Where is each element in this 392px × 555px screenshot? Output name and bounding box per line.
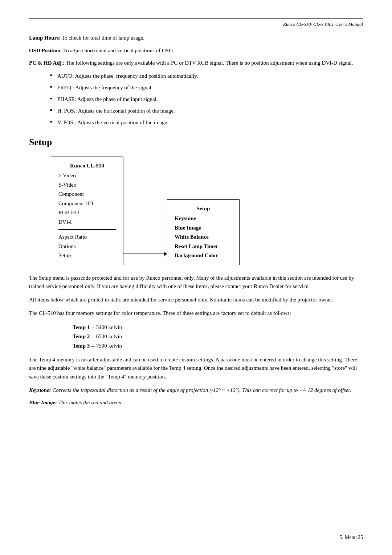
italic-para-blue-image: Blue Image: This mutes the red and green… [29,398,363,407]
keystone-text: Corrects the trapezoidal distortion as a… [51,387,351,393]
submenu-item-reset-lamp-timer: Reset Lamp Timer [175,242,232,251]
section-title: Setup [29,137,363,148]
pc-hd-adj-para: PC & HD Adj.: The following settings are… [29,59,363,67]
submenu-item-background-color: Background Color [175,251,232,260]
osd-position-label: OSD Position [29,48,60,53]
osd-position-para: OSD Position: To adjust horizontal and v… [29,46,363,55]
temp-line-1: Temp 1 -- 5400 kelvin [73,323,363,332]
submenu-item-blue-image: Blue Image [175,223,232,233]
temp-2-value: -- 6500 kelvin [91,333,122,339]
blue-image-text: This mutes the red and green. [57,400,123,405]
blue-image-bold-label: Blue Image: [29,400,57,405]
sub-menu-box: Setup Keystone Blue Image White Balance … [167,199,240,265]
list-item: PHASE: Adjusts the phase of the input si… [51,95,363,104]
sub-menu-title: Setup [175,204,232,214]
menu-item-component: Component [58,190,116,199]
footer-page-number: 5. Menu 25 [340,535,363,540]
menu-item-aspect-ratio: Aspect Ratio [58,232,116,242]
submenu-item-keystone: Keystone [175,214,232,223]
menu-diagram: Runco CL-510 Video S-Video Component Com… [51,157,363,265]
osd-position-text: : To adjust horizontal and vertical posi… [60,48,174,53]
list-item: FREQ.: Adjusts the frequency of the sign… [51,83,363,92]
temp-block: Temp 1 -- 5400 kelvin Temp 2 -- 6500 kel… [73,323,363,351]
main-menu-box: Runco CL-510 Video S-Video Component Com… [51,157,123,265]
menu-item-component-hd: Component HD [58,199,116,208]
lamp-hours-text: : To check for total time of lamp usage. [59,35,144,41]
menu-arrow [123,254,167,254]
body-para-1: The Setup menu is passcode protected and… [29,274,363,291]
italic-para-keystone: Keystone: Corrects the trapezoidal disto… [29,386,363,394]
menu-item-options: Options [58,242,116,251]
temp-line-3: Temp 3 -- 7500 kelvin [73,341,363,351]
list-item: V. POS.: Adjusts the vertical position o… [51,118,363,127]
menu-item-rgb-hd: RGB HD [58,208,116,218]
temp-2-label: Temp 2 [73,333,90,339]
lamp-hours-label: Lamp Hours [29,35,59,41]
list-item: H. POS.: Adjusts the horizontal position… [51,106,363,115]
pc-hd-adj-label: PC & HD Adj. [29,60,63,66]
body-para-3: The CL-510 has four memory settings for … [29,309,363,317]
list-item: AUTO: Adjusts the phase, frequency and p… [51,72,363,80]
main-menu-title: Runco CL-510 [58,161,116,171]
temp-3-value: -- 7500 kelvin [91,343,122,349]
menu-item-dvi-i: DVI-I [58,218,116,227]
temp-3-label: Temp 3 [73,343,90,349]
temp-line-2: Temp 2 -- 6500 kelvin [73,332,363,341]
menu-item-video: Video [58,171,116,181]
top-rule [29,18,363,19]
temp-1-label: Temp 1 [73,324,90,330]
body-para-4: The Temp 4 memory is installer adjustabl… [29,356,363,381]
menu-item-svideo: S-Video [58,181,116,190]
temp-1-value: -- 5400 kelvin [91,324,122,330]
submenu-item-white-balance: White Balance [175,232,232,242]
page: Runco CL-510/ CL-5 10LT User's Manual La… [0,0,392,555]
bullet-list: AUTO: Adjusts the phase, frequency and p… [51,72,363,127]
lamp-hours-para: Lamp Hours: To check for total time of l… [29,34,363,42]
menu-item-setup: Setup [58,251,116,260]
menu-arrow-container [123,254,167,254]
menu-divider [58,229,116,230]
body-para-2: All items below which are printed in ita… [29,296,363,304]
pc-hd-adj-text: : The following settings are only availa… [63,60,353,66]
header-title: Runco CL-510/ CL-5 10LT User's Manual [29,21,363,27]
keystone-bold-label: Keystone: [29,387,51,393]
